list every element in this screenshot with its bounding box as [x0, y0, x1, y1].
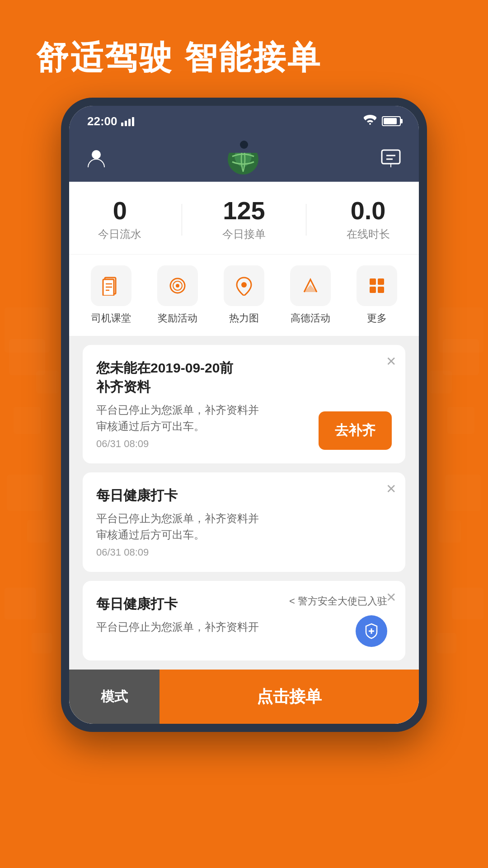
driver-class-icon — [91, 265, 131, 306]
more-icon — [357, 265, 397, 306]
stat-orders-value: 125 — [222, 198, 266, 223]
card-1-time: 06/31 08:09 — [96, 438, 310, 450]
stat-time-value: 0.0 — [347, 198, 390, 223]
notification-card-2: ✕ 每日健康打卡 平台已停止为您派单，补齐资料并审核通过后方可出车。 06/31… — [83, 472, 405, 572]
stat-today-flow: 0 今日流水 — [98, 198, 141, 241]
menu-label-reward: 奖励活动 — [158, 311, 197, 325]
card-2-time: 06/31 08:09 — [96, 547, 383, 558]
phone-notch — [208, 137, 280, 153]
bottom-bar: 模式 点击接单 — [69, 670, 419, 724]
card-1-action-button[interactable]: 去补齐 — [319, 411, 392, 450]
notification-card-1: ✕ 您未能在2019-09-20前补齐资料 平台已停止为您派单，补齐资料并审核通… — [83, 345, 405, 463]
card-3-text: 平台已停止为您派单，补齐资料开 — [96, 619, 289, 635]
quick-menu: 司机课堂 奖励活动 — [69, 255, 419, 336]
svg-rect-18 — [378, 287, 384, 293]
stat-divider-2 — [306, 204, 306, 236]
stats-section: 0 今日流水 125 今日接单 0.0 在线时长 — [69, 182, 419, 255]
status-bar: 22:00 — [69, 106, 419, 137]
header-tagline: 舒适驾驶 智能接单 — [0, 0, 488, 98]
card-3-title: 每日健康打卡 — [96, 594, 289, 613]
stat-flow-label: 今日流水 — [98, 227, 141, 241]
close-card-2-button[interactable]: ✕ — [386, 481, 396, 496]
phone-frame: 22:00 — [0, 98, 488, 732]
stat-divider-1 — [182, 204, 182, 236]
svg-point-0 — [92, 150, 101, 159]
mode-button[interactable]: 模式 — [69, 670, 160, 724]
card-2-title: 每日健康打卡 — [96, 486, 392, 505]
menu-item-gaode[interactable]: 高德活动 — [288, 265, 333, 325]
wifi-icon — [364, 115, 376, 127]
card-1-title: 您未能在2019-09-20前补齐资料 — [96, 359, 392, 396]
message-button[interactable] — [381, 149, 401, 169]
notification-card-3: ✕ 每日健康打卡 平台已停止为您派单，补齐资料开 < 警方安全大使已入驻 — [83, 581, 405, 660]
menu-label-driver-class: 司机课堂 — [91, 311, 131, 325]
accept-order-button[interactable]: 点击接单 — [160, 670, 419, 724]
police-shield-icon[interactable] — [356, 615, 387, 647]
menu-label-heatmap: 热力图 — [229, 311, 259, 325]
signal-icon — [121, 116, 134, 126]
gaode-icon — [290, 265, 331, 306]
svg-rect-16 — [378, 278, 384, 285]
menu-label-more: 更多 — [367, 311, 387, 325]
stat-time-label: 在线时长 — [347, 227, 390, 241]
battery-icon — [382, 116, 401, 126]
close-card-3-button[interactable]: ✕ — [386, 590, 396, 605]
phone-body: 22:00 — [61, 98, 427, 732]
phone-screen: 22:00 — [69, 106, 419, 724]
stat-flow-value: 0 — [98, 198, 141, 223]
reward-icon — [157, 265, 198, 306]
svg-rect-15 — [370, 278, 376, 285]
stat-today-orders: 125 今日接单 — [222, 198, 266, 241]
card-1-text: 平台已停止为您派单，补齐资料并审核通过后方可出车。 — [96, 402, 310, 434]
card-2-text: 平台已停止为您派单，补齐资料并审核通过后方可出车。 — [96, 510, 383, 543]
stat-online-time: 0.0 在线时长 — [347, 198, 390, 241]
svg-rect-2 — [382, 150, 400, 164]
menu-label-gaode: 高德活动 — [291, 311, 330, 325]
heatmap-icon — [224, 265, 264, 306]
svg-point-13 — [176, 284, 179, 288]
status-time: 22:00 — [87, 114, 117, 128]
front-camera — [240, 141, 248, 149]
menu-item-reward[interactable]: 奖励活动 — [155, 265, 200, 325]
stat-orders-label: 今日接单 — [222, 227, 266, 241]
svg-point-14 — [241, 282, 247, 288]
menu-item-heatmap[interactable]: 热力图 — [221, 265, 267, 325]
police-notice-text: < 警方安全大使已入驻 — [289, 594, 387, 608]
menu-item-more[interactable]: 更多 — [354, 265, 399, 325]
svg-rect-17 — [370, 287, 376, 293]
close-card-1-button[interactable]: ✕ — [386, 354, 396, 369]
content-area: ✕ 您未能在2019-09-20前补齐资料 平台已停止为您派单，补齐资料并审核通… — [69, 336, 419, 670]
profile-button[interactable] — [87, 148, 105, 170]
menu-item-driver-class[interactable]: 司机课堂 — [89, 265, 134, 325]
